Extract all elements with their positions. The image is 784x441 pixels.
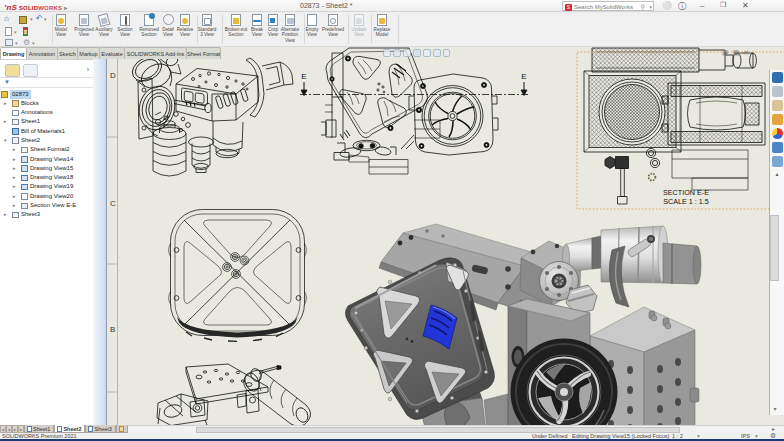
svg-text:D: D xyxy=(110,71,116,80)
svg-text:E: E xyxy=(521,72,526,81)
svg-text:B: B xyxy=(110,325,115,334)
svg-text:E: E xyxy=(301,72,306,81)
svg-text:C: C xyxy=(110,199,116,208)
svg-text:SCALE 1 : 1.5: SCALE 1 : 1.5 xyxy=(663,197,709,206)
